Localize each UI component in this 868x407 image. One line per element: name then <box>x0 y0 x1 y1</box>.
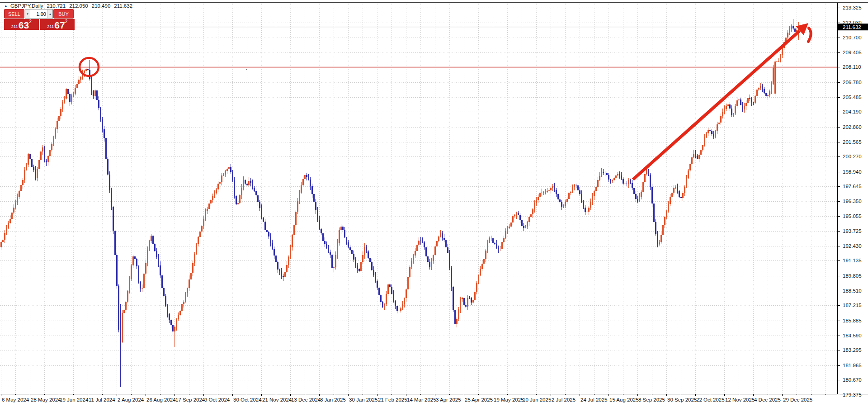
buy-price-pips: 67 <box>54 21 65 29</box>
svg-text:8 Sep 2025: 8 Sep 2025 <box>638 397 665 402</box>
svg-text:30 Jan 2025: 30 Jan 2025 <box>349 397 377 402</box>
sell-price-point: 2 <box>29 19 32 24</box>
volume-input[interactable] <box>30 9 47 18</box>
svg-text:187.215: 187.215 <box>843 303 862 308</box>
chart-background <box>0 0 868 407</box>
svg-text:8 Jan 2025: 8 Jan 2025 <box>320 397 346 402</box>
svg-text:29 Dec 2025: 29 Dec 2025 <box>783 397 812 402</box>
svg-text:180.670: 180.670 <box>843 377 862 383</box>
one-click-trading-panel: SELL ▼ ▲ BUY 211 63 2 211 67 2 <box>4 9 75 30</box>
svg-text:213.325: 213.325 <box>843 5 862 10</box>
triangle-up-icon: ▲ <box>49 13 52 15</box>
svg-text:196.350: 196.350 <box>843 199 862 204</box>
svg-text:19 May 2025: 19 May 2025 <box>494 397 524 402</box>
cursor-dot <box>246 69 247 70</box>
svg-text:19 Jun 2024: 19 Jun 2024 <box>60 397 89 402</box>
svg-text:2 Aug 2024: 2 Aug 2024 <box>118 397 144 402</box>
svg-text:26 Aug 2024: 26 Aug 2024 <box>146 397 176 402</box>
svg-text:200.270: 200.270 <box>843 154 862 159</box>
svg-text:30 Sep 2025: 30 Sep 2025 <box>667 397 697 402</box>
ohlc-low: 210.490 <box>92 3 111 9</box>
svg-text:192.430: 192.430 <box>843 243 862 249</box>
svg-text:189.805: 189.805 <box>843 273 862 279</box>
svg-text:21 Feb 2025: 21 Feb 2025 <box>378 397 407 402</box>
volume-increase-button[interactable]: ▲ <box>47 9 52 18</box>
buy-price-base: 211 <box>47 24 54 29</box>
svg-text:188.510: 188.510 <box>843 288 862 293</box>
svg-text:15 Aug 2025: 15 Aug 2025 <box>609 397 639 402</box>
svg-text:14 Mar 2025: 14 Mar 2025 <box>407 397 436 402</box>
svg-text:22 Oct 2025: 22 Oct 2025 <box>696 397 725 402</box>
symbol-name: GBPJPY,Daily <box>10 3 43 9</box>
svg-text:183.295: 183.295 <box>843 347 862 353</box>
svg-text:11 Jul 2024: 11 Jul 2024 <box>89 397 115 402</box>
svg-text:205.485: 205.485 <box>843 95 862 100</box>
svg-text:12 Nov 2025: 12 Nov 2025 <box>725 397 755 402</box>
svg-text:24 Jul 2025: 24 Jul 2025 <box>580 397 607 402</box>
svg-text:21 Nov 2024: 21 Nov 2024 <box>262 397 292 402</box>
svg-text:30 Oct 2024: 30 Oct 2024 <box>233 397 262 402</box>
svg-text:10 Jun 2025: 10 Jun 2025 <box>523 397 551 402</box>
ohlc-close: 211.632 <box>114 3 132 9</box>
symbol-marker-icon: ▲ <box>4 4 8 8</box>
svg-text:197.645: 197.645 <box>843 184 862 189</box>
volume-decrease-button[interactable]: ▼ <box>25 9 30 18</box>
svg-text:17 Sep 2024: 17 Sep 2024 <box>175 397 205 402</box>
buy-price[interactable]: 211 67 2 <box>40 19 75 30</box>
svg-text:201.565: 201.565 <box>843 139 862 145</box>
svg-text:195.055: 195.055 <box>843 213 862 219</box>
ohlc-high: 212.050 <box>69 3 88 9</box>
mt4-chart-window: 213.325212.030210.700209.405208.110206.7… <box>0 0 868 407</box>
svg-text:3 Apr 2025: 3 Apr 2025 <box>436 397 461 402</box>
svg-text:28 May 2024: 28 May 2024 <box>31 397 61 402</box>
svg-text:208.110: 208.110 <box>843 64 861 70</box>
svg-text:4 Dec 2025: 4 Dec 2025 <box>754 397 781 402</box>
symbol-info-line: ▲ GBPJPY,Daily 210.721 212.050 210.490 2… <box>4 3 132 9</box>
svg-text:198.940: 198.940 <box>843 169 862 175</box>
svg-text:206.780: 206.780 <box>843 80 862 85</box>
svg-text:185.885: 185.885 <box>843 318 862 323</box>
candlestick-chart[interactable]: 213.325212.030210.700209.405208.110206.7… <box>0 0 868 407</box>
current-price-label: 211.632 <box>843 24 861 30</box>
buy-price-point: 2 <box>65 19 68 24</box>
sell-price-pips: 63 <box>19 21 29 29</box>
buy-button[interactable]: BUY <box>53 9 74 19</box>
svg-text:184.590: 184.590 <box>843 333 862 338</box>
svg-text:204.190: 204.190 <box>843 109 862 114</box>
ohlc-open: 210.721 <box>47 3 66 9</box>
svg-text:6 May 2024: 6 May 2024 <box>2 397 29 402</box>
svg-text:13 Dec 2024: 13 Dec 2024 <box>291 397 321 402</box>
svg-text:191.135: 191.135 <box>843 258 862 263</box>
svg-text:181.965: 181.965 <box>843 363 862 368</box>
sell-button[interactable]: SELL <box>4 9 24 19</box>
svg-text:202.860: 202.860 <box>843 124 862 130</box>
svg-text:25 Apr 2025: 25 Apr 2025 <box>465 397 493 402</box>
svg-text:2 Jul 2025: 2 Jul 2025 <box>552 397 576 402</box>
svg-text:209.405: 209.405 <box>843 50 862 55</box>
triangle-down-icon: ▼ <box>26 13 29 15</box>
volume-stepper: ▼ ▲ <box>25 9 53 19</box>
svg-text:193.725: 193.725 <box>843 228 862 234</box>
sell-price[interactable]: 211 63 2 <box>4 19 39 30</box>
svg-text:9 Oct 2024: 9 Oct 2024 <box>204 397 230 402</box>
svg-text:179.375: 179.375 <box>843 392 862 398</box>
svg-text:210.700: 210.700 <box>843 35 862 40</box>
sell-price-base: 211 <box>11 24 18 29</box>
